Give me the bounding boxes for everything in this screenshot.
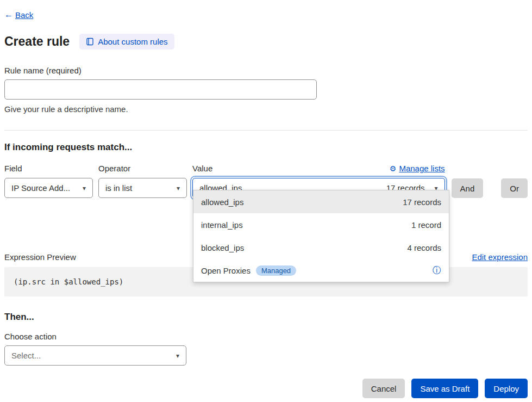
chevron-down-icon: ▾ [176, 352, 179, 360]
list-item-open-proxies[interactable]: Open Proxies Managed ⓘ [193, 259, 449, 282]
match-row: Field IP Source Add... ▾ Operator is in … [4, 164, 528, 198]
chevron-down-icon: ▾ [177, 184, 180, 192]
value-dropdown-menu: allowed_ips 17 records internal_ips 1 re… [193, 190, 449, 282]
gear-icon: ⚙ [390, 164, 397, 173]
list-item-name: blocked_ips [201, 243, 244, 252]
rule-name-helper: Give your rule a descriptive name. [4, 104, 528, 114]
value-label: Value [192, 164, 212, 173]
cancel-button[interactable]: Cancel [362, 379, 405, 398]
list-item-internal-ips[interactable]: internal_ips 1 record [193, 213, 449, 236]
page-title: Create rule [4, 34, 70, 49]
choose-action-label: Choose action [4, 332, 528, 341]
then-section-heading: Then... [4, 312, 528, 323]
list-item-detail: 1 record [411, 220, 441, 230]
info-icon[interactable]: ⓘ [433, 265, 441, 276]
field-select[interactable]: IP Source Add... ▾ [4, 178, 93, 198]
field-select-value: IP Source Add... [11, 183, 70, 193]
rule-name-label: Rule name (required) [4, 66, 528, 75]
list-item-name: allowed_ips [201, 197, 243, 207]
title-row: Create rule About custom rules [4, 34, 528, 50]
list-item-detail: 17 records [403, 197, 441, 207]
field-label: Field [4, 164, 93, 173]
action-select[interactable]: Select... ▾ [4, 345, 186, 366]
create-rule-page: ← Back Create rule About custom rules Ru… [0, 0, 532, 402]
back-link[interactable]: ← Back [4, 10, 528, 20]
list-item-detail: 4 records [407, 243, 441, 252]
manage-lists-label[interactable]: Manage lists [399, 164, 445, 173]
list-item-allowed-ips[interactable]: allowed_ips 17 records [193, 190, 449, 213]
manage-lists-link[interactable]: ⚙ Manage lists [390, 164, 445, 173]
back-arrow-icon: ← [4, 10, 13, 20]
list-item-name: internal_ips [201, 220, 243, 230]
rule-name-input[interactable] [4, 79, 317, 100]
book-icon [86, 38, 94, 46]
list-item-blocked-ips[interactable]: blocked_ips 4 records [193, 236, 449, 259]
save-as-draft-button[interactable]: Save as Draft [411, 379, 478, 398]
section-divider [4, 130, 528, 131]
operator-label: Operator [98, 164, 187, 173]
action-select-placeholder: Select... [11, 351, 41, 360]
or-button[interactable]: Or [501, 178, 528, 198]
chevron-down-icon: ▾ [83, 184, 86, 192]
back-link-label[interactable]: Back [15, 10, 33, 20]
about-custom-rules-link[interactable]: About custom rules [79, 34, 174, 50]
deploy-button[interactable]: Deploy [485, 379, 528, 398]
operator-select-value: is in list [105, 183, 132, 193]
expression-preview-label: Expression Preview [4, 252, 76, 262]
managed-badge: Managed [256, 265, 296, 276]
operator-select[interactable]: is in list ▾ [98, 178, 187, 198]
and-button[interactable]: And [452, 178, 484, 198]
edit-expression-link[interactable]: Edit expression [472, 252, 528, 262]
footer-actions: Cancel Save as Draft Deploy [4, 379, 528, 398]
match-section-heading: If incoming requests match... [4, 142, 528, 153]
list-item-name: Open Proxies [201, 266, 251, 275]
about-custom-rules-label: About custom rules [98, 37, 167, 46]
